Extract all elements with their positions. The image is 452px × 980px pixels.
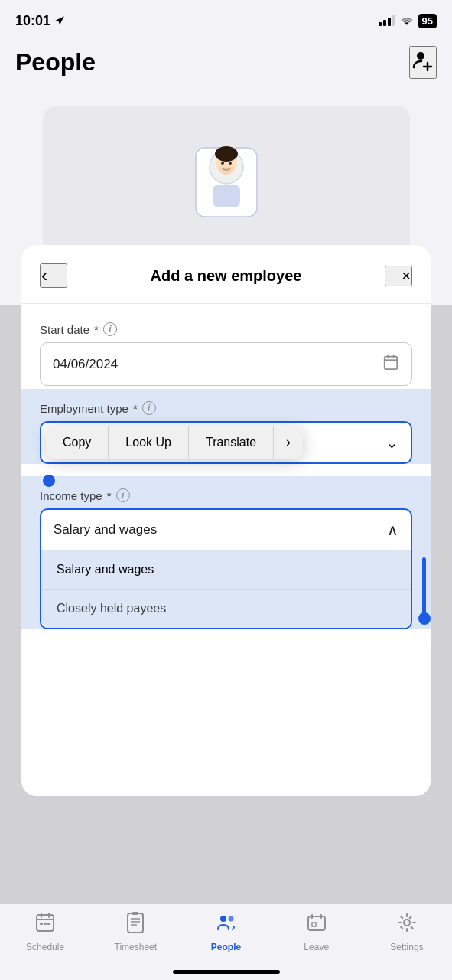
context-menu-translate[interactable]: Translate [189, 426, 274, 459]
svg-point-0 [417, 52, 424, 60]
income-type-section: Income type * i Salary and wages ∧ Salar… [21, 476, 431, 629]
income-type-dropdown-header[interactable]: Salary and wages ∧ [41, 510, 411, 550]
income-type-label: Income type * i [40, 488, 412, 502]
employment-type-chevron-icon: ⌄ [385, 433, 398, 452]
location-arrow-icon [54, 15, 65, 26]
tab-leave[interactable]: Leave [272, 912, 362, 952]
tab-schedule[interactable]: Schedule [0, 912, 90, 952]
timesheet-label: Timesheet [115, 942, 158, 952]
svg-point-8 [229, 162, 232, 165]
people-label: People [211, 942, 241, 952]
settings-icon [396, 912, 418, 939]
settings-label: Settings [390, 942, 423, 952]
wifi-icon [400, 15, 414, 26]
svg-point-29 [404, 920, 410, 926]
scroll-thumb [422, 557, 426, 619]
income-type-options: Salary and wages Closely held payees [41, 550, 411, 628]
schedule-icon [34, 912, 56, 939]
income-type-chevron-up-icon: ∧ [387, 521, 398, 539]
person-illustration [173, 117, 280, 250]
context-menu: Copy Look Up Translate › [46, 425, 303, 459]
svg-rect-21 [128, 913, 143, 933]
employee-card-preview [43, 106, 410, 260]
income-type-current-value: Salary and wages [54, 522, 157, 537]
income-option-closely-held[interactable]: Closely held payees [41, 590, 411, 628]
context-menu-copy[interactable]: Copy [46, 426, 109, 459]
calendar-icon [382, 354, 399, 374]
income-option-salary[interactable]: Salary and wages [41, 550, 411, 590]
modal-title: Add a new employee [67, 267, 385, 285]
employment-required: * [133, 402, 138, 415]
tab-bar: Schedule Timesheet People [0, 903, 452, 980]
income-type-dropdown[interactable]: Salary and wages ∧ Salary and wages Clos… [40, 508, 412, 629]
tab-timesheet[interactable]: Timesheet [90, 912, 180, 952]
app-title: People [15, 48, 96, 77]
svg-rect-25 [132, 912, 138, 915]
status-icons: 95 [379, 14, 437, 28]
signal-icon [379, 15, 395, 26]
svg-point-7 [221, 162, 224, 165]
cursor-dot [43, 475, 55, 487]
required-asterisk: * [94, 323, 99, 336]
add-person-icon [411, 47, 435, 72]
context-menu-more[interactable]: › [274, 425, 303, 459]
svg-point-27 [228, 916, 233, 922]
schedule-label: Schedule [26, 942, 64, 952]
tab-settings[interactable]: Settings [362, 912, 452, 952]
employee-illustration [173, 117, 280, 240]
svg-rect-18 [40, 923, 43, 925]
back-button[interactable]: ‹ [40, 263, 67, 288]
app-header: People [0, 38, 452, 91]
start-date-input[interactable]: 04/06/2024 [40, 342, 412, 386]
svg-rect-19 [44, 923, 47, 925]
home-indicator [173, 970, 280, 974]
income-type-info-icon[interactable]: i [116, 488, 130, 502]
add-employee-modal: ‹ Add a new employee × Start date * i 04… [21, 245, 431, 796]
modal-header: ‹ Add a new employee × [21, 245, 431, 304]
close-button[interactable]: × [385, 266, 412, 286]
modal-body: Start date * i 04/06/2024 Employment typ… [21, 304, 431, 629]
svg-rect-10 [385, 357, 398, 370]
leave-label: Leave [304, 942, 329, 952]
scroll-track [422, 476, 426, 629]
battery-indicator: 95 [418, 14, 437, 28]
start-date-info-icon[interactable]: i [103, 322, 117, 336]
scroll-thumb-handle [418, 612, 431, 625]
employment-type-info-icon[interactable]: i [142, 401, 156, 415]
svg-point-26 [220, 916, 226, 922]
svg-rect-28 [308, 916, 325, 930]
add-person-button[interactable] [409, 46, 437, 79]
leave-icon [306, 912, 327, 939]
svg-rect-20 [47, 923, 50, 925]
context-menu-lookup[interactable]: Look Up [109, 426, 189, 459]
tab-people[interactable]: People [180, 912, 271, 952]
svg-rect-9 [213, 185, 240, 207]
start-date-label: Start date * i [40, 322, 412, 336]
status-bar: 10:01 95 [0, 0, 452, 38]
people-icon [216, 912, 237, 939]
start-date-value: 04/06/2024 [53, 357, 118, 372]
status-time: 10:01 [15, 13, 65, 29]
income-required: * [107, 489, 112, 502]
employment-type-label: Employment type * i [40, 401, 412, 415]
timesheet-icon [125, 912, 146, 939]
